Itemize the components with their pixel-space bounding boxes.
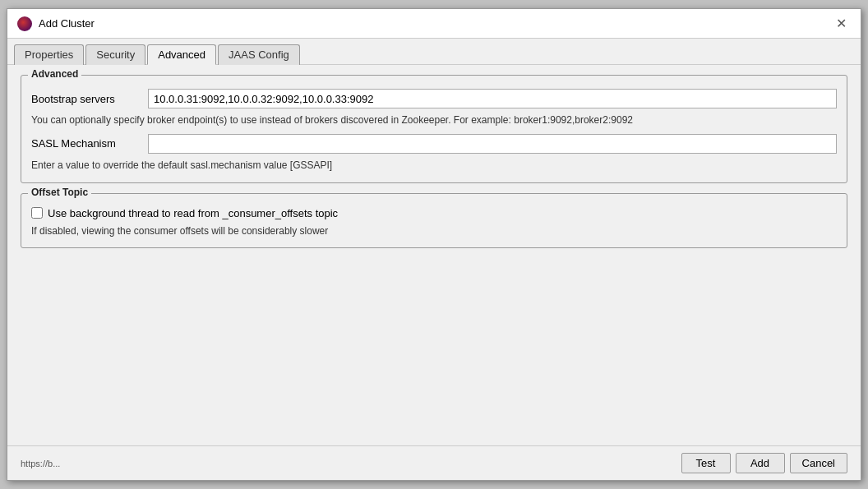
tabs-container: Properties Security Advanced JAAS Config [7,39,861,65]
advanced-group-title: Advanced [28,68,81,80]
tab-security[interactable]: Security [85,44,145,65]
test-button[interactable]: Test [681,453,731,473]
sasl-row: SASL Mechanism [31,134,837,154]
footer-status: https://b... [21,459,676,468]
bootstrap-label: Bootstrap servers [31,93,138,105]
sasl-input[interactable] [148,134,837,154]
bootstrap-input[interactable] [148,89,837,108]
title-bar-left: Add Cluster [17,16,95,31]
title-bar: Add Cluster ✕ [7,9,861,39]
tab-properties[interactable]: Properties [14,44,84,65]
main-content: Advanced Bootstrap servers You can optio… [7,65,861,445]
offset-checkbox-label: Use background thread to read from _cons… [48,207,338,219]
tab-jaas-config[interactable]: JAAS Config [218,44,300,65]
add-button[interactable]: Add [736,453,785,473]
offset-group-title: Offset Topic [28,187,91,198]
cancel-button[interactable]: Cancel [790,453,847,473]
app-icon [17,16,32,31]
offset-checkbox-row: Use background thread to read from _cons… [31,207,837,219]
offset-checkbox[interactable] [31,207,43,219]
bootstrap-row: Bootstrap servers [31,89,837,108]
add-cluster-dialog: Add Cluster ✕ Properties Security Advanc… [7,8,861,481]
sasl-label: SASL Mechanism [31,137,138,150]
offset-hint: If disabled, viewing the consumer offset… [31,224,837,238]
offset-group: Offset Topic Use background thread to re… [21,193,847,249]
advanced-group: Advanced Bootstrap servers You can optio… [21,75,847,183]
tab-advanced[interactable]: Advanced [147,44,216,65]
bootstrap-hint: You can optionally specify broker endpoi… [31,113,837,127]
dialog-title: Add Cluster [39,17,95,30]
sasl-hint: Enter a value to override the default sa… [31,159,837,173]
close-button[interactable]: ✕ [831,14,851,34]
footer: https://b... Test Add Cancel [7,445,861,480]
